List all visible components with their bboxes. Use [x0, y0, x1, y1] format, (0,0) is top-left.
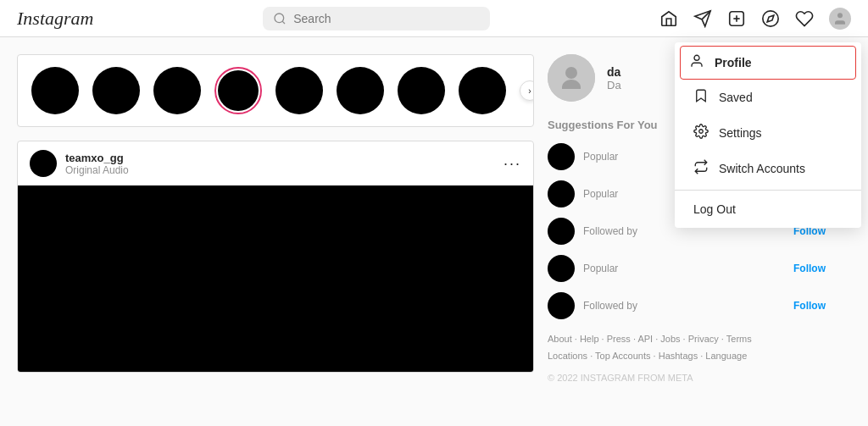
header: Instagram	[0, 0, 868, 37]
suggestion-avatar	[548, 292, 575, 319]
explore-icon[interactable]	[761, 9, 780, 28]
dropdown-saved[interactable]: Saved	[680, 80, 856, 115]
suggestion-info: Followed by	[583, 300, 785, 312]
story-item[interactable]	[337, 67, 384, 114]
suggestion-item: Popular Follow	[548, 255, 826, 282]
suggestion-avatar	[548, 255, 575, 282]
stories-chevron[interactable]: ›	[520, 80, 534, 101]
post-username[interactable]: teamxo_gg	[65, 152, 129, 164]
post-avatar	[30, 150, 57, 177]
story-avatar	[92, 67, 140, 114]
dropdown-switch-accounts[interactable]: Switch Accounts	[680, 151, 856, 186]
story-item[interactable]	[459, 67, 506, 114]
switch-accounts-label: Switch Accounts	[719, 162, 805, 175]
svg-point-0	[275, 14, 284, 23]
svg-marker-8	[767, 15, 774, 22]
story-avatar	[398, 67, 445, 114]
follow-button[interactable]: Follow	[793, 263, 826, 274]
footer-copyright: © 2022 INSTAGRAM FROM META	[548, 370, 826, 387]
post-more-button[interactable]: ···	[504, 155, 521, 173]
story-item[interactable]	[275, 67, 323, 114]
search-bar[interactable]	[263, 7, 490, 30]
sidebar-user-info: da Da	[607, 65, 621, 91]
dropdown-logout[interactable]: Log Out	[680, 194, 856, 224]
post: teamxo_gg Original Audio ···	[17, 141, 534, 373]
divider	[675, 190, 861, 191]
post-image	[18, 185, 533, 372]
story-avatar	[31, 67, 79, 114]
suggestion-info: Popular	[583, 263, 785, 274]
suggestion-avatar	[548, 143, 575, 170]
profile-icon	[689, 53, 704, 72]
settings-icon	[693, 124, 709, 142]
feed: › teamxo_gg Original Audio ···	[0, 37, 534, 426]
svg-point-10	[694, 55, 699, 60]
heart-icon[interactable]	[795, 9, 814, 28]
switch-icon	[693, 159, 709, 178]
settings-label: Settings	[719, 126, 762, 140]
dropdown-profile[interactable]: Profile	[680, 46, 856, 80]
story-item[interactable]	[398, 67, 445, 114]
logout-label: Log Out	[693, 202, 736, 216]
suggestion-item: Followed by Follow	[548, 292, 826, 319]
profile-label: Profile	[715, 56, 752, 69]
dropdown-settings[interactable]: Settings	[680, 115, 856, 151]
svg-line-1	[282, 21, 285, 24]
post-header: teamxo_gg Original Audio ···	[18, 141, 533, 185]
search-icon	[273, 12, 287, 25]
sidebar-username: da	[607, 65, 621, 79]
suggestion-meta: Popular	[583, 263, 785, 274]
post-user-info: teamxo_gg Original Audio	[65, 152, 129, 176]
add-icon[interactable]	[727, 9, 746, 28]
story-item[interactable]	[214, 67, 262, 114]
send-icon[interactable]	[693, 9, 712, 28]
post-user: teamxo_gg Original Audio	[30, 150, 129, 177]
story-avatar	[275, 67, 323, 114]
logo: Instagram	[17, 8, 93, 30]
svg-point-7	[763, 10, 778, 25]
stories-container: ›	[17, 54, 534, 127]
footer-links: About · Help · Press · API · Jobs · Priv…	[548, 331, 826, 386]
suggestion-avatar	[548, 218, 575, 245]
avatar[interactable]	[829, 8, 851, 30]
sidebar-avatar	[548, 54, 595, 102]
story-avatar	[153, 67, 201, 114]
sidebar-display-name: Da	[607, 79, 621, 91]
svg-point-11	[699, 130, 704, 134]
post-subtitle: Original Audio	[65, 164, 129, 176]
story-avatar	[337, 67, 384, 114]
home-icon[interactable]	[659, 9, 678, 28]
story-item[interactable]	[92, 67, 140, 114]
suggestion-meta: Followed by	[583, 300, 785, 312]
suggestion-avatar	[548, 180, 575, 207]
story-item[interactable]	[153, 67, 201, 114]
story-avatar	[459, 67, 506, 114]
svg-point-9	[837, 13, 843, 18]
dropdown-menu: Profile Saved Settings Switch Accounts L…	[675, 42, 861, 228]
search-input[interactable]	[293, 12, 480, 25]
saved-label: Saved	[719, 91, 753, 104]
suggestions-title: Suggestions For You	[548, 119, 658, 131]
nav-icons	[659, 8, 851, 30]
story-item[interactable]	[31, 67, 79, 114]
saved-icon	[693, 88, 709, 107]
follow-button[interactable]: Follow	[793, 300, 826, 312]
svg-point-13	[565, 67, 577, 79]
story-avatar-ring	[214, 67, 262, 114]
